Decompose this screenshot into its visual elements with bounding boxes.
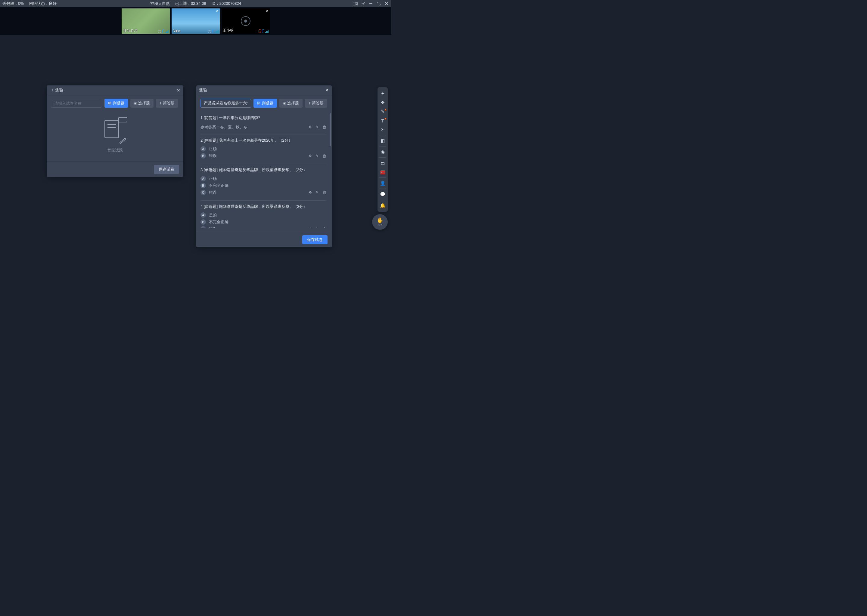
option-letter: A (200, 176, 206, 181)
question-option[interactable]: A正确 (200, 146, 326, 152)
option-letter: A (200, 146, 206, 152)
move-icon[interactable]: ✥ (309, 125, 312, 129)
toolbox-icon[interactable]: 🧰 (377, 168, 388, 176)
back-icon[interactable]: 〈 (50, 88, 54, 93)
cursor-icon[interactable]: ✦ (377, 89, 388, 98)
judge-icon: ☒ (108, 101, 111, 105)
volume-bars-icon (215, 30, 219, 33)
option-letter: A (200, 212, 206, 218)
minimize-icon[interactable] (369, 1, 373, 6)
video-name-label: 王小明 (223, 28, 233, 33)
question-type-short[interactable]: T简答题 (156, 99, 178, 108)
question-title: 1 [简答题] 一年四季分别是哪四季? (200, 115, 326, 121)
folder-icon[interactable]: 🗀 (377, 159, 388, 168)
network-status-label: 网络状态：良好 (29, 1, 57, 6)
edit-icon[interactable]: ✎ (315, 125, 319, 129)
pen-icon[interactable]: ✎ (377, 107, 388, 116)
hand-count: 0/2 (378, 223, 382, 227)
maximize-icon[interactable] (376, 1, 381, 6)
empty-state: 暂无试题 (51, 112, 179, 158)
empty-illustration-icon (101, 117, 129, 144)
svg-point-1 (363, 3, 364, 4)
video-tile-teacher[interactable]: 叮当老师 (121, 8, 170, 34)
question-item: 4 [多选题] 施华洛世奇是反华品牌，所以梁鼎琪反华。（2分）A是的B不完全正确… (200, 201, 326, 228)
move-icon[interactable]: ✥ (309, 190, 312, 195)
question-option[interactable]: C错误✥✎🗑 (200, 226, 326, 228)
option-text: 不完全正确 (209, 183, 229, 188)
move-icon[interactable]: ✥ (309, 227, 312, 228)
question-option[interactable]: B错误✥✎🗑 (200, 153, 326, 159)
quiz-panel-empty: 〈 测验 ✕ ☒判断题 ◉选择题 T简答题 暂无试题 保存试卷 (47, 85, 183, 177)
toolbar-divider (379, 146, 386, 146)
volume-bars-icon (165, 30, 169, 33)
brightness-icon[interactable]: ◉ (377, 148, 388, 156)
toolbar-divider (379, 178, 386, 178)
option-text: 错误 (209, 226, 217, 228)
bell-icon[interactable]: 🔔 (377, 201, 388, 210)
delete-icon[interactable]: 🗑 (322, 227, 326, 228)
toolbar-divider (379, 157, 386, 158)
chat-icon[interactable]: 💬 (377, 190, 388, 199)
edit-icon[interactable]: ✎ (315, 227, 319, 228)
question-type-choice[interactable]: ◉选择题 (279, 99, 303, 108)
delete-icon[interactable]: 🗑 (322, 190, 326, 195)
question-option[interactable]: B不完全正确 (200, 183, 326, 188)
scrollbar-thumb[interactable] (329, 113, 331, 146)
camera-off-icon (241, 16, 251, 26)
class-title: 神秘大自然 (150, 1, 170, 6)
hand-raise-badge[interactable]: ✋ 0/2 (372, 214, 388, 230)
settings-gear-icon[interactable] (361, 1, 366, 6)
toolbar-divider (379, 135, 386, 135)
video-tile-student-1[interactable]: ✕ Nina (172, 8, 220, 34)
panel-close-icon[interactable]: ✕ (325, 88, 329, 93)
tile-close-icon[interactable]: ✕ (266, 9, 268, 13)
move-icon[interactable]: ✥ (309, 154, 312, 158)
question-title: 3 [单选题] 施华洛世奇是反华品牌，所以梁鼎琪反华。（2分） (200, 167, 326, 173)
delete-icon[interactable]: 🗑 (322, 154, 326, 158)
question-type-judge[interactable]: ☒判断题 (254, 99, 277, 108)
edit-icon[interactable]: ✎ (315, 154, 319, 158)
close-window-icon[interactable] (384, 1, 389, 6)
question-title: 2 [判断题] 我国宪法上一次更新是在2020年。（2分） (200, 137, 326, 143)
mic-off-icon (259, 30, 261, 33)
panel-close-icon[interactable]: ✕ (177, 88, 180, 93)
question-type-short[interactable]: T简答题 (305, 99, 327, 108)
panel-header: 〈 测验 ✕ (47, 85, 183, 95)
indicator-dot-icon (385, 109, 386, 110)
tile-close-icon[interactable]: ✕ (216, 9, 219, 13)
question-option[interactable]: B不完全正确 (200, 219, 326, 225)
quiz-name-input[interactable] (200, 99, 251, 108)
indicator-dot-icon (385, 118, 386, 119)
text-icon[interactable]: T (377, 116, 388, 125)
delete-icon[interactable]: 🗑 (322, 125, 326, 129)
question-type-choice[interactable]: ◉选择题 (130, 99, 153, 108)
right-toolbar: ✦✥✎T✂◧◉🗀🧰👤💬🔔 (377, 87, 388, 212)
class-id-label: ID：2020070324 (212, 1, 241, 6)
quiz-name-input[interactable] (51, 99, 102, 108)
save-quiz-button[interactable]: 保存试卷 (154, 165, 179, 174)
option-text: 正确 (209, 176, 217, 181)
question-item: 1 [简答题] 一年四季分别是哪四季?参考答案：春、夏、秋、冬✥✎🗑 (200, 112, 326, 134)
class-time-label: 已上课：02:34:09 (175, 1, 206, 6)
short-icon: T (159, 101, 162, 105)
question-list[interactable]: 1 [简答题] 一年四季分别是哪四季?参考答案：春、夏、秋、冬✥✎🗑2 [判断题… (200, 112, 328, 228)
signal-icon (158, 30, 161, 33)
question-option[interactable]: C错误✥✎🗑 (200, 190, 326, 195)
video-tile-student-2[interactable]: ✕ 王小明 (222, 8, 270, 34)
move-icon[interactable]: ✥ (377, 98, 388, 107)
question-option[interactable]: A是的 (200, 212, 326, 218)
signal-icon (208, 30, 211, 33)
judge-icon: ☒ (257, 101, 260, 105)
edit-icon[interactable]: ✎ (315, 190, 319, 195)
question-item: 2 [判断题] 我国宪法上一次更新是在2020年。（2分）A正确B错误✥✎🗑 (200, 134, 326, 164)
mic-on-icon (162, 30, 164, 33)
question-type-judge[interactable]: ☒判断题 (104, 99, 128, 108)
scissors-icon[interactable]: ✂ (377, 125, 388, 134)
question-option[interactable]: A正确 (200, 176, 326, 181)
save-quiz-button[interactable]: 保存试卷 (302, 235, 328, 244)
camera-toggle-icon[interactable] (353, 1, 358, 6)
person-icon[interactable]: 👤 (377, 179, 388, 188)
short-icon: T (309, 101, 311, 105)
eraser-icon[interactable]: ◧ (377, 136, 388, 145)
question-item: 3 [单选题] 施华洛世奇是反华品牌，所以梁鼎琪反华。（2分）A正确B不完全正确… (200, 164, 326, 201)
